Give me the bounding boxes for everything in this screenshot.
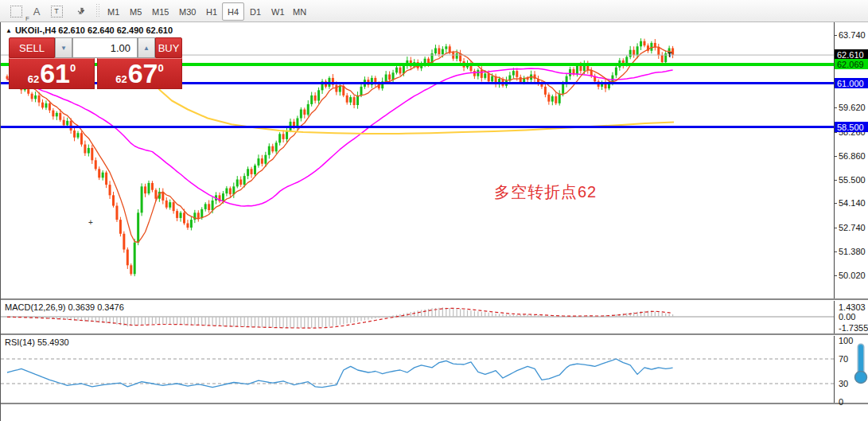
volume-dropdown-button[interactable]: ▼ — [55, 37, 72, 58]
price-tick — [834, 35, 837, 36]
tf-button-w1[interactable]: W1 — [266, 2, 290, 21]
time-axis-border — [1, 403, 868, 405]
volume-up-button[interactable]: ▲ — [138, 37, 155, 58]
macd-indicator-chart — [1, 300, 834, 333]
scrollbar-thermometer[interactable] — [852, 342, 868, 403]
text-label-icon[interactable]: A — [29, 2, 45, 20]
volume-input[interactable]: 1.00 — [72, 37, 138, 58]
buy-price-tile[interactable]: 62 67 0 — [97, 58, 182, 89]
rsi-axis-label: 30 — [839, 379, 848, 388]
price-level-badge: 58.500 — [835, 122, 868, 132]
price-tick — [834, 107, 837, 108]
crosshair-cursor: + — [88, 218, 93, 227]
tf-button-h4[interactable]: H4 — [222, 2, 244, 21]
rsi-label: RSI(14) 55.4930 — [5, 337, 69, 347]
chart-annotation: 多空转折点62 — [494, 181, 597, 203]
price-axis-label: 51.380 — [839, 247, 866, 256]
price-axis-label: 59.620 — [839, 103, 866, 112]
panel-splitter-1[interactable] — [1, 298, 868, 301]
arrows-tool-icon[interactable]: ▼ — [68, 2, 94, 20]
tf-button-h1[interactable]: H1 — [200, 2, 223, 21]
price-tick — [834, 180, 837, 181]
arrows-glyph — [76, 6, 87, 17]
tf-button-m15[interactable]: M15 — [146, 2, 174, 21]
rsi-indicator-chart — [1, 335, 834, 403]
macd-label: MACD(12,26,9) 0.3639 0.3476 — [5, 302, 124, 312]
price-tick — [834, 275, 837, 276]
tf-button-m1[interactable]: M1 — [102, 2, 125, 21]
tf-button-d1[interactable]: D1 — [244, 2, 267, 21]
price-level-badge: 62.069 — [835, 59, 868, 69]
buy-button[interactable]: BUY — [155, 37, 182, 58]
price-axis-label: 63.740 — [839, 30, 866, 40]
price-axis-label: 50.020 — [839, 271, 866, 280]
tf-button-mn[interactable]: MN — [287, 2, 312, 21]
chart-window: ▲UKOil-,H4 62.610 62.640 62.490 62.610 S… — [0, 22, 868, 421]
sell-price-tile[interactable]: 62 61 0 — [9, 58, 95, 89]
price-tick — [834, 156, 837, 157]
price-axis-label: 54.140 — [839, 198, 866, 208]
rsi-axis-label: 70 — [839, 354, 848, 364]
macd-axis-label: 1.4303 — [839, 302, 866, 312]
price-tick — [834, 203, 837, 204]
trade-marker: T — [668, 51, 672, 59]
rsi-axis-label: 0 — [839, 397, 843, 407]
price-tick — [834, 251, 837, 252]
rsi-axis-label: 100 — [839, 336, 853, 345]
tf-button-m5[interactable]: M5 — [124, 2, 147, 21]
text-tool-icon[interactable]: T — [48, 2, 65, 20]
panel-splitter-2[interactable] — [1, 333, 868, 336]
price-tick — [834, 228, 837, 228]
toolbar: F A T ▼ M1 M5 M15 M30 H1 H4 D1 W1 MN — [0, 0, 868, 22]
price-tick — [834, 132, 837, 133]
dotted-frame-f-icon[interactable]: F — [6, 2, 25, 20]
price-axis-label: 52.740 — [839, 223, 866, 232]
price-axis-label: 55.500 — [839, 175, 866, 185]
toolbar-drag-handle[interactable] — [95, 3, 99, 18]
tf-button-m30[interactable]: M30 — [173, 2, 201, 21]
sell-button[interactable]: SELL — [9, 37, 55, 58]
macd-axis-label: -1.7355 — [839, 323, 868, 333]
one-click-trade-panel: SELL ▼ 1.00 ▲ BUY 62 61 0 62 67 0 — [9, 37, 182, 89]
macd-axis-label: 0.00 — [839, 312, 855, 322]
chart-title: ▲UKOil-,H4 62.610 62.640 62.490 62.610 — [6, 25, 173, 35]
collapse-arrow-icon[interactable]: ▲ — [6, 27, 12, 34]
price-level-badge: 61.000 — [835, 78, 868, 88]
price-axis-label: 56.860 — [839, 151, 866, 161]
